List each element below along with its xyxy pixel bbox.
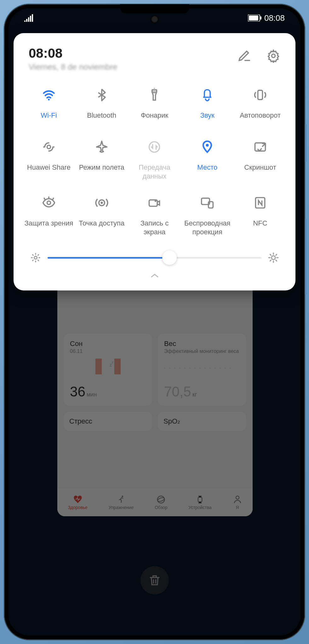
front-camera [151, 15, 159, 23]
svg-point-22 [47, 201, 50, 205]
svg-rect-1 [249, 15, 258, 20]
brightness-row [22, 242, 287, 267]
svg-line-49 [270, 260, 271, 261]
svg-point-18 [47, 145, 50, 149]
qs-tile-location[interactable]: Место [181, 133, 234, 186]
svg-line-25 [53, 198, 54, 199]
edit-icon[interactable] [237, 49, 251, 63]
signal-icon [24, 14, 34, 22]
svg-point-29 [155, 200, 157, 202]
record-icon [146, 195, 162, 211]
qs-tile-flashlight[interactable]: Фонарик [128, 81, 181, 130]
tile-label: Защита зрения [24, 219, 74, 228]
hotspot-icon [94, 195, 110, 211]
svg-point-19 [149, 142, 160, 152]
quick-settings-panel: 08:08 Viernes, 8 de noviembre Wi-FiBluet… [14, 33, 295, 290]
qs-tile-wifi[interactable]: Wi-Fi [22, 81, 75, 130]
status-time: 08:08 [264, 13, 285, 23]
qs-tile-screenshot[interactable]: Скриншот [234, 133, 287, 186]
bluetooth-icon [94, 87, 110, 103]
wifi-icon [41, 87, 57, 103]
side-button [305, 124, 306, 162]
tile-label: NFC [235, 219, 285, 228]
tile-label: Скриншот [235, 163, 285, 172]
location-icon [199, 139, 215, 155]
svg-point-20 [206, 144, 209, 147]
svg-rect-17 [258, 90, 263, 99]
autorotate-icon [252, 87, 268, 103]
eye-icon [41, 195, 57, 211]
svg-line-23 [44, 198, 45, 199]
sound-icon [199, 87, 215, 103]
collapse-chevron-icon[interactable] [22, 267, 287, 284]
svg-point-33 [34, 256, 37, 259]
screenshot-icon [252, 139, 268, 155]
qs-tile-record[interactable]: Запись с экрана [128, 189, 181, 242]
tile-label: Звук [182, 111, 232, 120]
nfc-icon [252, 195, 268, 211]
qs-tile-data[interactable]: Передача данных [128, 133, 181, 186]
brightness-low-icon [30, 252, 41, 263]
svg-line-38 [32, 255, 33, 255]
svg-point-13 [272, 54, 275, 58]
qs-tile-eye[interactable]: Защита зрения [22, 189, 75, 242]
svg-point-14 [48, 99, 50, 101]
tile-label: Запись с экрана [129, 219, 180, 236]
tile-label: Беспроводная проекция [182, 219, 232, 236]
qs-tile-airplane[interactable]: Режим полета [75, 133, 128, 186]
svg-line-50 [276, 254, 277, 255]
cast-icon [199, 195, 215, 211]
svg-line-41 [38, 255, 39, 255]
qs-tile-hotspot[interactable]: Точка доступа [75, 189, 128, 242]
qs-tile-sound[interactable]: Звук [181, 81, 234, 130]
tile-label: Bluetooth [77, 111, 127, 120]
tile-label: Фонарик [129, 111, 180, 120]
svg-line-40 [32, 260, 33, 261]
tile-label: Режим полета [77, 163, 127, 172]
settings-icon[interactable] [266, 49, 280, 63]
svg-point-42 [272, 256, 275, 260]
tile-label: Место [182, 163, 232, 172]
qs-tile-cast[interactable]: Беспроводная проекция [181, 189, 234, 242]
svg-rect-2 [260, 16, 261, 20]
tile-label: Автоповорот [235, 111, 285, 120]
device-frame: 08:08 Сон 06.11 zz 36мин Вес Эффективный… [4, 4, 305, 640]
svg-point-26 [100, 202, 103, 204]
panel-time: 08:08 [29, 46, 117, 61]
data-icon [146, 139, 162, 155]
quick-settings-grid: Wi-FiBluetoothФонарикЗвукАвтоповоротHuaw… [22, 81, 287, 242]
share-icon [41, 139, 57, 155]
tile-label: Huawei Share [24, 163, 74, 172]
tile-label: Точка доступа [77, 219, 127, 228]
svg-line-47 [270, 254, 271, 255]
qs-tile-share[interactable]: Huawei Share [22, 133, 75, 186]
volume-button [305, 219, 306, 294]
flashlight-icon [146, 87, 162, 103]
qs-tile-autorotate[interactable]: Автоповорот [234, 81, 287, 130]
tile-label: Передача данных [129, 163, 180, 180]
brightness-high-icon [268, 252, 279, 263]
panel-date: Viernes, 8 de noviembre [29, 62, 117, 72]
brightness-slider[interactable] [48, 251, 261, 264]
qs-tile-nfc[interactable]: NFC [234, 189, 287, 242]
airplane-icon [94, 139, 110, 155]
battery-icon [248, 15, 262, 21]
svg-line-39 [38, 260, 39, 261]
tile-label: Wi-Fi [24, 111, 74, 120]
qs-tile-bluetooth[interactable]: Bluetooth [75, 81, 128, 130]
screen: 08:08 Сон 06.11 zz 36мин Вес Эффективный… [9, 9, 300, 635]
svg-line-48 [276, 260, 277, 261]
